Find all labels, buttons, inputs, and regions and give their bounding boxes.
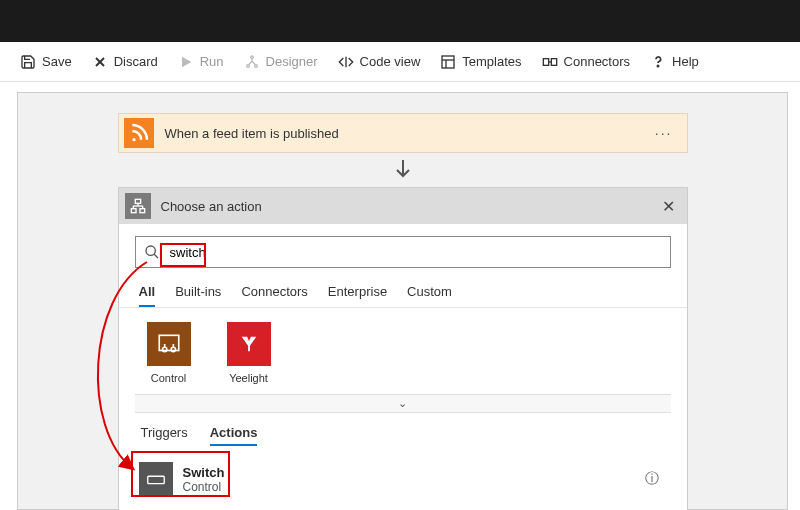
svg-point-26: [171, 347, 175, 351]
action-panel-header: Choose an action ✕: [119, 188, 687, 224]
svg-rect-10: [543, 58, 548, 65]
help-button[interactable]: Help: [642, 50, 707, 74]
designer-label: Designer: [266, 54, 318, 69]
rss-icon: [124, 118, 154, 148]
svg-line-23: [154, 254, 158, 258]
code-icon: [338, 54, 354, 70]
flow-arrow: [118, 153, 688, 187]
connectors-button[interactable]: Connectors: [534, 50, 638, 74]
designer-icon: [244, 54, 260, 70]
filter-tab-all[interactable]: All: [139, 280, 156, 307]
designer-canvas: When a feed item is published ··· Choose…: [17, 92, 788, 510]
filter-tab-custom[interactable]: Custom: [407, 280, 452, 307]
templates-label: Templates: [462, 54, 521, 69]
search-box: [135, 236, 671, 268]
action-panel-icon: [125, 193, 151, 219]
svg-rect-17: [140, 209, 145, 213]
switch-icon: [139, 462, 173, 496]
svg-marker-2: [182, 56, 191, 67]
close-panel-button[interactable]: ✕: [651, 197, 687, 216]
svg-point-13: [657, 65, 658, 66]
filter-tab-enterprise[interactable]: Enterprise: [328, 280, 387, 307]
trigger-more-button[interactable]: ···: [641, 125, 687, 141]
action-list: Switch Control ⓘ: [119, 450, 687, 510]
svg-point-25: [162, 347, 166, 351]
connectors-label: Connectors: [564, 54, 630, 69]
codeview-button[interactable]: Code view: [330, 50, 429, 74]
command-toolbar: Save Discard Run Designer Code view Temp…: [0, 42, 800, 82]
search-input[interactable]: [168, 238, 670, 266]
expand-connectors-button[interactable]: ⌄: [135, 394, 671, 413]
designer-button[interactable]: Designer: [236, 50, 326, 74]
svg-rect-29: [147, 476, 164, 483]
play-icon: [178, 54, 194, 70]
svg-point-22: [146, 246, 155, 255]
connector-yeelight[interactable]: Yeelight: [221, 322, 277, 384]
action-title: Switch: [183, 465, 645, 480]
svg-point-5: [254, 64, 257, 67]
templates-icon: [440, 54, 456, 70]
action-subtitle: Control: [183, 480, 645, 494]
svg-point-4: [246, 64, 249, 67]
svg-rect-16: [131, 209, 136, 213]
help-icon: [650, 54, 666, 70]
connector-label: Control: [141, 372, 197, 384]
trigger-card[interactable]: When a feed item is published ···: [118, 113, 688, 153]
control-icon: [147, 322, 191, 366]
yeelight-icon: [227, 322, 271, 366]
run-button[interactable]: Run: [170, 50, 232, 74]
trigger-title: When a feed item is published: [159, 126, 641, 141]
connectors-icon: [542, 54, 558, 70]
title-bar: [0, 0, 800, 42]
action-switch[interactable]: Switch Control ⓘ: [135, 456, 671, 502]
connector-results: Control Yeelight: [119, 308, 687, 394]
save-label: Save: [42, 54, 72, 69]
filter-tab-connectors[interactable]: Connectors: [241, 280, 307, 307]
templates-button[interactable]: Templates: [432, 50, 529, 74]
save-icon: [20, 54, 36, 70]
close-icon: [92, 54, 108, 70]
svg-rect-7: [442, 56, 454, 68]
search-icon: [136, 244, 168, 260]
connector-label: Yeelight: [221, 372, 277, 384]
connector-control[interactable]: Control: [141, 322, 197, 384]
triggers-actions-tabs: TriggersActions: [119, 413, 687, 450]
filter-tabs: AllBuilt-insConnectorsEnterpriseCustom: [119, 276, 687, 308]
action-panel-title: Choose an action: [157, 199, 651, 214]
svg-rect-11: [551, 58, 556, 65]
svg-point-3: [250, 56, 253, 59]
run-label: Run: [200, 54, 224, 69]
sub-tab-triggers[interactable]: Triggers: [141, 425, 188, 446]
filter-tab-built-ins[interactable]: Built-ins: [175, 280, 221, 307]
svg-rect-15: [135, 199, 140, 203]
codeview-label: Code view: [360, 54, 421, 69]
save-button[interactable]: Save: [12, 50, 80, 74]
sub-tab-actions[interactable]: Actions: [210, 425, 258, 446]
discard-label: Discard: [114, 54, 158, 69]
action-info-button[interactable]: ⓘ: [645, 470, 667, 488]
help-label: Help: [672, 54, 699, 69]
discard-button[interactable]: Discard: [84, 50, 166, 74]
choose-action-panel: Choose an action ✕ AllBuilt-insConnector…: [118, 187, 688, 510]
